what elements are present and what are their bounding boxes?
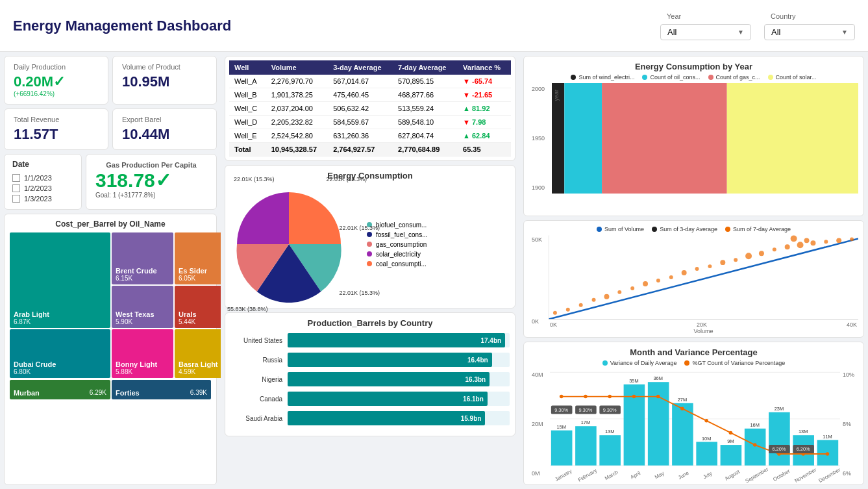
checkbox-3[interactable] [12,195,20,203]
svg-point-71 [826,452,830,456]
country-chevron-icon: ▼ [841,29,848,36]
svg-rect-3 [727,83,858,194]
treemap-urals: Urals 5.44K [175,286,221,328]
export-barel-value: 10.44M [122,126,207,143]
table-total-row: Total 10,945,328.57 2,764,927.57 2,770,6… [229,143,511,157]
svg-point-10 [617,290,621,294]
legend-fossil: fossil_fuel_cons... [367,231,428,238]
svg-point-9 [604,294,609,299]
energy-year-card: Energy Consumption by Year Sum of wind_e… [523,56,864,216]
legend-sum-3day: Sum of 3-day Average [652,226,717,232]
total-revenue-card: Total Revenue 11.57T [4,108,108,150]
svg-text:9.30%: 9.30% [578,407,592,413]
treemap-basra-light: Basra Light 4.59K [175,329,221,378]
svg-rect-42 [696,442,717,465]
right-column: Energy Consumption by Year Sum of wind_e… [519,52,868,489]
list-item: United States 17.4bn [230,333,510,347]
legend-coal: coal_consumpti... [367,260,428,268]
date-filter-card: Date 1/1/2023 1/2/2023 1/3/2023 [4,154,82,210]
svg-point-5 [553,311,557,315]
svg-point-26 [824,240,828,244]
pie-container: 22.01K (15.3%) 22.01K (15.3%) 22.01K (15… [230,186,510,303]
svg-point-14 [669,275,673,279]
date-item-1[interactable]: 1/1/2023 [12,173,73,183]
year-filter-group: Year All ▼ [660,11,751,40]
svg-text:10M: 10M [702,436,711,442]
svg-rect-37 [575,426,597,466]
checkbox-1[interactable] [12,174,20,182]
daily-production-label: Daily Production [14,63,99,71]
daily-production-card: Daily Production 0.20M✓ (+66916.42%) [4,56,108,105]
table-row: Well_E 2,524,542.80 631,260.36 627,804.7… [229,129,511,143]
svg-point-28 [850,238,854,242]
svg-point-16 [695,267,699,271]
legend-sum-volume: Sum of Volume [597,226,644,232]
treemap-dubai-crude: Dubai Crude 6.80K [10,329,110,378]
year-dropdown[interactable]: All ▼ [660,24,751,40]
svg-point-67 [729,431,733,435]
stacked-bar-svg [552,83,858,194]
svg-point-62 [608,395,612,399]
list-item: Russia 16.4bn [230,353,510,367]
svg-text:35M: 35M [629,378,638,384]
svg-rect-36 [551,431,573,466]
legend-gas: gas_consumption [367,241,428,248]
total-revenue-label: Total Revenue [14,116,99,123]
svg-point-18 [720,260,725,265]
svg-rect-45 [769,412,790,466]
svg-rect-40 [648,382,669,466]
col-variance: Variance % [458,60,511,75]
svg-text:6.20%: 6.20% [797,446,810,452]
svg-text:16M: 16M [750,422,759,428]
gas-production-card: Gas Production Per Capita 318.78✓ Goal: … [86,154,217,210]
date-item-2[interactable]: 1/2/2023 [12,183,73,194]
table-row: Well_A 2,276,970.70 567,014.67 570,895.1… [229,75,511,88]
svg-point-12 [643,281,648,286]
svg-point-64 [656,395,660,399]
kpi-row-1: Daily Production 0.20M✓ (+66916.42%) Vol… [4,56,217,105]
svg-text:9.30%: 9.30% [554,407,568,413]
header: Energy Management Dashboard Year All ▼ C… [0,0,868,52]
treemap-es-sider: Es Sider 6.05K [175,232,221,284]
list-item: Nigeria 16.3bn [230,372,510,386]
svg-text:9.30%: 9.30% [603,407,617,413]
well-table: Well Volume 3-day Average 7-day Average … [229,60,511,157]
date-title: Date [12,160,73,169]
checkbox-2[interactable] [12,184,20,192]
legend-solar: solar_electricity [367,251,428,258]
svg-text:23M: 23M [775,406,784,412]
legend-solar-count: Count of solar... [768,74,817,81]
legend-wind: Sum of wind_electri... [571,74,634,81]
svg-text:15M: 15M [556,424,565,430]
svg-rect-43 [721,445,742,466]
combo-svg: 15M 17M 13M 35M 36M 27M 10M 9M 16M 23M 1… [550,369,840,470]
month-variance-title: Month and Variance Percentage [529,347,858,357]
col-volume: Volume [266,60,328,75]
date-item-3[interactable]: 1/3/2023 [12,194,73,204]
page-title: Energy Management Dashboard [13,18,647,34]
svg-rect-38 [599,435,621,466]
svg-point-65 [680,407,684,410]
svg-text:13M: 13M [605,429,614,434]
svg-point-66 [704,419,708,423]
table-row: Well_B 1,901,378.25 475,460.45 468,877.6… [229,88,511,102]
scatter-legend: Sum of Volume Sum of 3-day Average Sum o… [529,226,858,232]
bar-title: Production_Barrels by Country [230,318,510,328]
svg-point-21 [759,251,764,256]
svg-point-6 [566,308,570,312]
treemap-bonny-light: Bonny Light 5.88K [112,329,173,378]
month-variance-card: Month and Variance Percentage Variance o… [523,342,864,485]
volume-product-label: Volume of Product [122,63,207,71]
year-filter-label: Year [660,11,751,21]
col-avg3: 3-day Average [328,60,393,75]
gas-production-goal: Goal: 1 (+31777.8%) [95,192,207,199]
svg-point-30 [804,238,810,244]
svg-point-22 [773,247,776,251]
svg-text:13M: 13M [799,429,808,434]
volume-product-value: 10.95M [122,73,207,90]
year-value: All [667,27,676,37]
volume-product-card: Volume of Product 10.95M [112,56,217,105]
svg-point-61 [584,395,588,399]
list-item: Canada 16.1bn [230,392,510,406]
country-dropdown[interactable]: All ▼ [764,24,855,40]
